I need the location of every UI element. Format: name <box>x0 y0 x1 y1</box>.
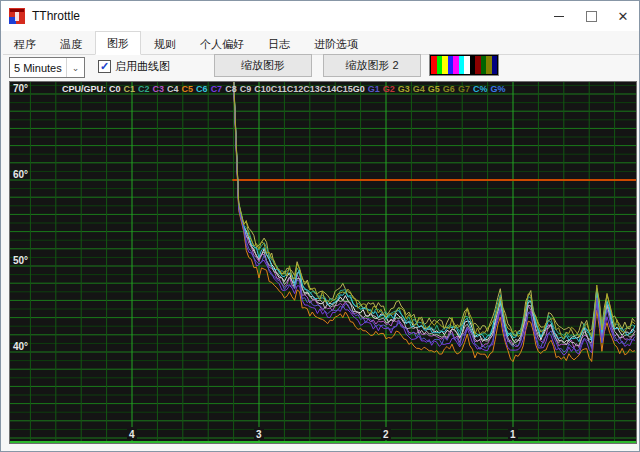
tab-bar: 程序温度图形规则个人偏好日志进阶选项 <box>3 32 639 55</box>
chart-legend: CPU/GPU:C0C1C2C3C4C5C6C7C8C9C10C11C12C13… <box>62 84 508 94</box>
x-tick-1: 1 <box>510 429 516 440</box>
tab-advanced[interactable]: 进阶选项 <box>303 35 369 54</box>
legend-item-Gpct: G% <box>490 84 505 94</box>
y-tick-70: 70° <box>13 83 28 94</box>
tab-temperature[interactable]: 温度 <box>49 35 93 54</box>
chart-canvas: 70°60°50°40°4321 <box>10 82 636 443</box>
curve-color-strip <box>429 54 499 76</box>
zoom-graph-button[interactable]: 缩放图形 <box>214 54 312 77</box>
tab-program[interactable]: 程序 <box>3 35 47 54</box>
maximize-button[interactable] <box>575 1 607 31</box>
y-tick-60: 60° <box>13 169 28 180</box>
interval-select-value: 5 Minutes <box>10 62 66 74</box>
curve-C4 <box>231 82 635 346</box>
chevron-down-icon: ⌄ <box>66 58 84 77</box>
legend-item-C1: C1 <box>124 84 136 94</box>
legend-item-G0: G0 <box>353 84 365 94</box>
curve-C0 <box>231 82 635 343</box>
curve-C2 <box>231 82 635 338</box>
maximize-icon <box>586 11 597 22</box>
x-tick-3: 3 <box>256 429 262 440</box>
enable-curve-label: 启用曲线图 <box>115 59 170 74</box>
legend-item-G6: G6 <box>443 84 455 94</box>
tab-graph[interactable]: 图形 <box>95 31 141 55</box>
interval-select[interactable]: 5 Minutes ⌄ <box>9 57 85 78</box>
legend-item-C10: C10 <box>254 84 271 94</box>
legend-item-C3: C3 <box>153 84 165 94</box>
minimize-button[interactable] <box>543 1 575 31</box>
tab-log[interactable]: 日志 <box>257 35 301 54</box>
legend-item-C14: C14 <box>320 84 337 94</box>
enable-curve-checkbox[interactable]: ✓ 启用曲线图 <box>98 59 170 74</box>
title-bar: TThrottle ✕ <box>1 1 639 31</box>
curve-C6 <box>231 82 635 342</box>
legend-item-C8: C8 <box>225 84 237 94</box>
legend-item-G3: G3 <box>398 84 410 94</box>
window-title: TThrottle <box>32 9 80 23</box>
zoom-graph-2-button[interactable]: 缩放图形 2 <box>323 54 421 77</box>
curve-C7 <box>231 82 635 355</box>
legend-item-C9: C9 <box>240 84 252 94</box>
x-tick-4: 4 <box>129 429 135 440</box>
legend-item-C6: C6 <box>196 84 208 94</box>
legend-item-C7: C7 <box>211 84 223 94</box>
y-tick-40: 40° <box>13 341 28 352</box>
legend-item-C13: C13 <box>303 84 320 94</box>
curve-G1 <box>231 82 635 352</box>
minimize-icon <box>554 16 564 17</box>
temperature-chart: 70°60°50°40°4321 CPU/GPU:C0C1C2C3C4C5C6C… <box>9 81 637 444</box>
color-strip-cell <box>492 56 498 74</box>
legend-item-G2: G2 <box>383 84 395 94</box>
legend-item-C0: C0 <box>109 84 121 94</box>
legend-prefix: CPU/GPU: <box>62 84 106 94</box>
legend-item-C5: C5 <box>182 84 194 94</box>
legend-item-C11: C11 <box>271 84 287 94</box>
app-icon <box>9 8 25 24</box>
y-tick-50: 50° <box>13 255 28 266</box>
app-window: TThrottle ✕ 程序温度图形规则个人偏好日志进阶选项 5 Minutes… <box>0 0 640 452</box>
toolbar: 5 Minutes ⌄ ✓ 启用曲线图 缩放图形 缩放图形 2 <box>1 54 640 81</box>
x-tick-2: 2 <box>383 429 389 440</box>
checkbox-check-icon: ✓ <box>98 60 111 73</box>
curve-C5 <box>231 82 635 362</box>
tab-preferences[interactable]: 个人偏好 <box>189 35 255 54</box>
legend-item-G7: G7 <box>458 84 470 94</box>
legend-item-C2: C2 <box>138 84 150 94</box>
tab-rules[interactable]: 规则 <box>143 35 187 54</box>
legend-item-Cpct: C% <box>473 84 488 94</box>
legend-item-C12: C12 <box>287 84 304 94</box>
close-button[interactable]: ✕ <box>607 1 639 31</box>
legend-item-G5: G5 <box>428 84 440 94</box>
legend-item-G1: G1 <box>368 84 380 94</box>
legend-item-C4: C4 <box>167 84 179 94</box>
legend-item-G4: G4 <box>413 84 425 94</box>
close-icon: ✕ <box>618 10 629 23</box>
legend-item-C15: C15 <box>336 84 353 94</box>
